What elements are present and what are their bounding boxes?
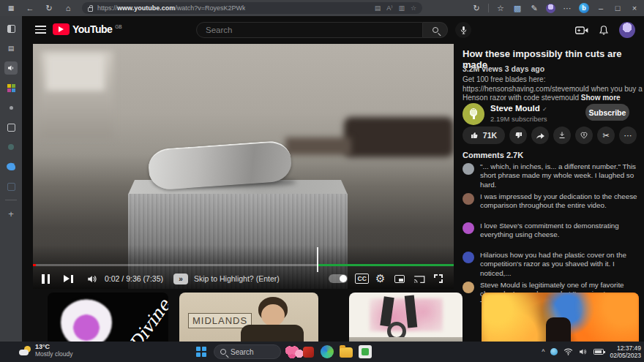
fullscreen-button[interactable]: [434, 271, 443, 287]
minimize-button[interactable]: –: [596, 1, 606, 15]
download-button[interactable]: [553, 127, 571, 144]
edge-apps-icon[interactable]: ▦: [4, 1, 18, 15]
cast-button[interactable]: [413, 271, 425, 287]
wifi-icon[interactable]: [564, 348, 573, 355]
youtube-logo[interactable]: YouTube GB: [53, 23, 122, 35]
related-thumbnail-fire[interactable]: [482, 293, 639, 347]
cast-icon: [413, 274, 425, 284]
collections-icon[interactable]: ↻: [471, 1, 482, 15]
comment-item[interactable]: Hilarious how you had the plastic cover …: [463, 251, 644, 278]
phone-link-icon[interactable]: [4, 121, 18, 134]
start-button[interactable]: [196, 347, 206, 357]
subscribe-button[interactable]: Subscribe: [585, 104, 629, 121]
commenter-avatar: [463, 163, 474, 175]
favorites-icon[interactable]: ☆: [495, 1, 506, 15]
settings-more-icon[interactable]: ⋯: [562, 1, 572, 15]
weather-icon: [19, 346, 31, 355]
drop-icon[interactable]: [4, 101, 18, 114]
share-button[interactable]: [531, 127, 549, 144]
progress-bar[interactable]: [33, 264, 454, 266]
comment-item[interactable]: "... which, in inches, is... a different…: [463, 162, 644, 189]
like-button[interactable]: 71K: [463, 127, 505, 144]
skip-to-highlight-label[interactable]: Skip to Highlight? (Enter): [194, 271, 280, 287]
taskbar-app-red-icon[interactable]: [303, 347, 314, 358]
refresh-button[interactable]: ↻: [42, 1, 56, 15]
dislike-button[interactable]: [509, 127, 527, 144]
account-avatar[interactable]: [619, 22, 635, 38]
youtube-header: YouTube GB Search: [22, 16, 644, 44]
outlook-icon[interactable]: [4, 180, 18, 193]
comment-item[interactable]: I was impressed by your dedication to th…: [463, 192, 644, 211]
channel-avatar[interactable]: [463, 103, 484, 125]
twitter-icon[interactable]: [4, 160, 18, 173]
taskbar-search[interactable]: Search: [214, 344, 281, 359]
pause-button[interactable]: [42, 271, 50, 287]
taskbar-edge-icon[interactable]: [321, 345, 334, 358]
related-thumbnail-art[interactable]: [349, 293, 463, 347]
url-text[interactable]: https://www.youtube.com/watch?v=RoyesK2P…: [97, 4, 245, 12]
video-meta: 3.2M views 3 days ago: [463, 64, 544, 73]
mic-icon: [460, 26, 468, 35]
search-input[interactable]: Search: [196, 22, 423, 38]
share-icon: [536, 132, 545, 140]
reader-mode-icon[interactable]: ▥: [398, 4, 405, 12]
clock-widget[interactable]: 12:37:49 02/05/2023: [610, 344, 641, 360]
video-player[interactable]: 0:02 / 9:36 (7:35) » Skip to Highlight? …: [33, 44, 454, 289]
channel-name[interactable]: Steve Mould ✓: [490, 104, 547, 113]
comment-item[interactable]: I love Steve's commitment to demonstrati…: [463, 222, 644, 240]
taskbar-file-explorer-icon[interactable]: [340, 347, 353, 358]
maximize-button[interactable]: □: [613, 1, 623, 15]
menu-button[interactable]: [35, 26, 46, 34]
create-video-icon[interactable]: [575, 26, 588, 35]
tray-chevron-icon[interactable]: ^: [542, 348, 544, 355]
web-capture-icon[interactable]: ✎: [529, 1, 539, 15]
clock-date: 02/05/2023: [610, 352, 641, 360]
vertical-tabs-icon[interactable]: ▤: [4, 42, 18, 55]
tray-app-icon[interactable]: [550, 348, 558, 355]
add-sidebar-item-button[interactable]: +: [4, 207, 18, 220]
add-favorite-icon[interactable]: ☆: [411, 4, 416, 12]
comment-text: Hilarious how you had the plastic cover …: [480, 251, 644, 278]
related-thumbnail-midlands[interactable]: MIDLANDS: [179, 293, 318, 347]
office-icon[interactable]: [4, 81, 18, 94]
related-thumbnail-divine[interactable]: Divine: [48, 293, 168, 347]
read-aloud-icon[interactable]: A⁾: [386, 4, 392, 12]
subtitles-button[interactable]: CC: [355, 271, 369, 287]
taskbar-app-icon[interactable]: [359, 345, 372, 358]
copilot-icon[interactable]: [4, 22, 18, 35]
settings-gear-icon[interactable]: ⚙: [375, 271, 385, 287]
search-icon: [220, 349, 226, 355]
speaker-icon[interactable]: [579, 348, 588, 355]
thumbnail-person-face: [261, 304, 285, 326]
sponsorblock-icon[interactable]: »: [173, 271, 188, 287]
commenter-avatar: [463, 282, 474, 293]
read-aloud-sidebar-icon[interactable]: [4, 61, 18, 75]
weather-widget[interactable]: 13°C Mostly cloudy: [19, 343, 73, 358]
home-button[interactable]: ⌂: [61, 1, 75, 15]
close-button[interactable]: ×: [629, 1, 640, 15]
next-button[interactable]: [64, 271, 73, 287]
video-description[interactable]: Get 100 free blades here: https://henson…: [463, 75, 643, 103]
tools-icon[interactable]: [4, 140, 18, 154]
volume-icon: [87, 274, 98, 284]
back-button[interactable]: ←: [23, 1, 37, 15]
address-bar[interactable]: https://www.youtube.com/watch?v=RoyesK2P…: [82, 2, 422, 14]
battery-icon[interactable]: [594, 349, 604, 355]
autoplay-toggle[interactable]: [329, 271, 348, 287]
thanks-heart-icon: [580, 131, 588, 140]
tab-actions-icon[interactable]: ▤: [375, 4, 381, 12]
voice-search-button[interactable]: [455, 22, 471, 38]
browser-profile-avatar[interactable]: [546, 4, 555, 13]
thanks-button[interactable]: [575, 127, 593, 144]
notifications-bell-icon[interactable]: [599, 25, 609, 36]
more-actions-button[interactable]: ⋯: [619, 127, 637, 144]
show-more-link[interactable]: Show more: [581, 94, 621, 102]
volume-button[interactable]: [87, 271, 98, 287]
clip-button[interactable]: ✂: [597, 127, 615, 144]
highlight-marker: [317, 247, 318, 272]
wallet-icon[interactable]: ▩: [512, 1, 523, 15]
subscriber-count: 2.19M subscribers: [490, 115, 547, 123]
search-button[interactable]: [423, 22, 448, 38]
bing-icon[interactable]: b: [579, 3, 589, 13]
miniplayer-button[interactable]: [394, 271, 405, 287]
